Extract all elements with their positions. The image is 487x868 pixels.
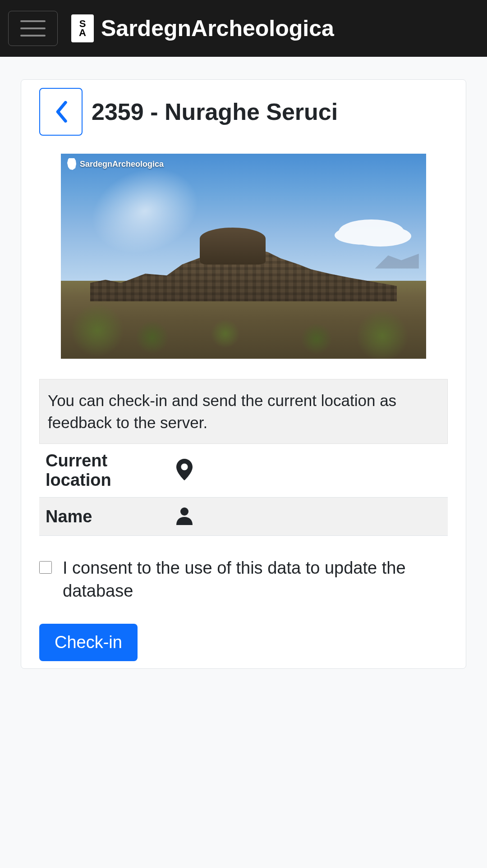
hamburger-icon <box>20 20 46 22</box>
chevron-left-icon <box>54 101 68 123</box>
checkin-button[interactable]: Check-in <box>39 624 138 661</box>
map-marker-icon <box>176 474 193 482</box>
navbar: S A SardegnArcheologica <box>0 0 487 57</box>
watermark-logo-icon <box>67 158 76 170</box>
image-watermark: SardegnArcheologica <box>67 158 164 170</box>
hamburger-icon <box>20 27 46 29</box>
watermark-text: SardegnArcheologica <box>80 160 164 169</box>
consent-label[interactable]: I consent to the use of this data to upd… <box>63 557 448 603</box>
table-row-name: Name <box>39 498 448 536</box>
name-label: Name <box>39 498 170 536</box>
page-title: 2359 - Nuraghe Seruci <box>92 98 338 125</box>
svg-point-0 <box>180 507 188 516</box>
checkin-card: 2359 - Nuraghe Seruci SardegnArcheologic… <box>21 79 466 669</box>
hamburger-icon <box>20 35 46 37</box>
current-location-value <box>170 444 448 498</box>
table-row-current-location: Current location <box>39 444 448 498</box>
back-button[interactable] <box>39 88 83 136</box>
site-photo: SardegnArcheologica <box>61 154 426 359</box>
consent-checkbox[interactable] <box>39 561 52 574</box>
current-location-label: Current location <box>39 444 170 498</box>
name-value <box>170 498 448 536</box>
checkin-info-text: You can check-in and send the current lo… <box>39 379 448 444</box>
hamburger-menu-button[interactable] <box>8 11 58 46</box>
consent-row: I consent to the use of this data to upd… <box>39 536 448 624</box>
brand-logo-icon: S A <box>71 14 94 42</box>
brand-text: SardegnArcheologica <box>101 15 334 41</box>
main-container: 2359 - Nuraghe Seruci SardegnArcheologic… <box>0 57 487 691</box>
title-row: 2359 - Nuraghe Seruci <box>39 88 448 136</box>
brand-link[interactable]: S A SardegnArcheologica <box>71 14 334 42</box>
location-data-table: Current location Name <box>39 444 448 536</box>
user-icon <box>176 520 193 528</box>
